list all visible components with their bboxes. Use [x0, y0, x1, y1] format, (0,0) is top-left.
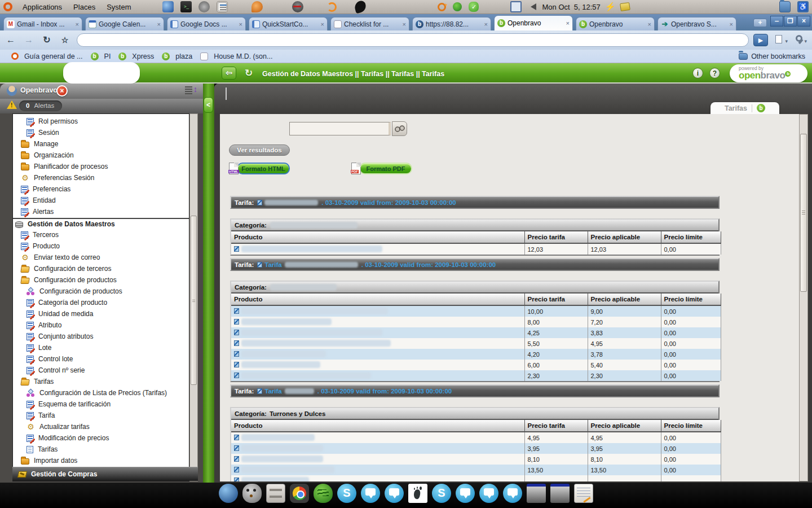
skype-dock-icon[interactable]: S	[337, 484, 356, 503]
sidebar-item[interactable]: Conjunto atributos	[13, 331, 189, 342]
accessibility-icon[interactable]: ♿	[797, 1, 809, 12]
browser-tab[interactable]: bOpenbravo×	[494, 15, 573, 30]
sidebar-item[interactable]: Modificación de precios	[13, 432, 189, 444]
window-maximize-button[interactable]: ❒	[784, 16, 797, 27]
search-button[interactable]	[392, 121, 407, 136]
browser-tab[interactable]: Checklist for ...×	[330, 17, 409, 30]
info-button[interactable]: i	[692, 68, 703, 78]
window-minimize-button[interactable]: ‒	[770, 16, 783, 27]
terminal-launcher-icon[interactable]: >_	[180, 1, 192, 12]
address-bar[interactable]	[77, 33, 749, 47]
sidebar-item[interactable]: Esquema de tarificación	[13, 398, 189, 410]
spotify-dock-icon[interactable]	[314, 484, 333, 503]
session-running-icon[interactable]: ⚡	[605, 2, 616, 12]
file-manager-tray-icon[interactable]	[779, 1, 791, 12]
orca-icon[interactable]	[354, 0, 367, 14]
alerts-badge[interactable]: 0Alertas	[19, 100, 62, 111]
sidebar-close-button[interactable]: ×	[56, 85, 68, 97]
clock[interactable]: Mon Oct 5, 12:57	[542, 3, 600, 11]
notes-dock-icon[interactable]	[574, 484, 593, 503]
sidebar-item[interactable]: Manage	[13, 138, 189, 150]
new-tab-button[interactable]: +	[753, 19, 767, 27]
browser-tab[interactable]: QuickStartCo...×	[249, 17, 328, 30]
sidebar-scrollbar-thumb[interactable]	[191, 216, 197, 385]
page-menu-button[interactable]: ▾	[774, 34, 788, 46]
gimp-dock-icon[interactable]	[242, 484, 262, 503]
chat-dock-icon[interactable]	[503, 484, 522, 503]
bookmark-item[interactable]: House M.D. (son...	[200, 52, 272, 60]
sidebar-item[interactable]: Configuración de Lista de Precios (Tarif…	[13, 387, 189, 398]
sidebar-item[interactable]: Sesión	[13, 127, 189, 138]
thunderbird-launcher-icon[interactable]	[162, 1, 174, 12]
chat-dock-icon[interactable]	[479, 484, 498, 503]
tab-tarifas[interactable]: Tarifas b	[710, 102, 779, 114]
chrome-dock-icon[interactable]	[290, 484, 309, 503]
sidebar-item[interactable]: Rol permisos	[13, 116, 189, 127]
product-link[interactable]	[234, 308, 391, 314]
term-dock-icon[interactable]	[550, 484, 570, 503]
forward-button[interactable]: →	[21, 33, 36, 47]
product-link[interactable]	[234, 466, 338, 473]
sidebar-item[interactable]: Configuración de terceros	[13, 263, 189, 274]
browser-tab[interactable]: Google Docs ...×	[167, 17, 246, 30]
browser-tab[interactable]: ➔Openbravo S...×	[657, 17, 736, 30]
product-link[interactable]	[234, 434, 318, 441]
sticky-notes-icon[interactable]	[620, 2, 630, 11]
tab-close-icon[interactable]: ×	[76, 21, 79, 28]
sidebar-item[interactable]: Gestión de Datos Maestros	[13, 218, 189, 229]
search-input[interactable]	[289, 122, 391, 135]
product-link[interactable]	[234, 318, 335, 325]
format-pdf-button[interactable]: PDF Formato PDF	[351, 163, 412, 174]
sidebar-item[interactable]: Control nº serie	[13, 365, 189, 376]
wrench-menu-button[interactable]: ▾	[793, 34, 807, 46]
browser-tab[interactable]: Google Calen...×	[85, 17, 164, 30]
ubuntu-logo-icon[interactable]	[3, 2, 12, 11]
chat-dock-icon[interactable]	[456, 484, 475, 503]
sidebar-item[interactable]: Terceros	[13, 229, 189, 240]
text-editor-launcher-icon[interactable]	[217, 1, 228, 12]
reload-button[interactable]: ↻	[39, 33, 54, 47]
spotify-tray-icon[interactable]	[453, 2, 462, 11]
bookmark-item[interactable]: bplaza	[162, 52, 192, 60]
wireshark-icon[interactable]	[327, 2, 337, 12]
menu-applications[interactable]: Applications	[17, 0, 68, 14]
sidebar-item[interactable]: Importar datos	[13, 455, 189, 466]
term-dock-icon[interactable]	[527, 484, 546, 503]
tarifa-link[interactable]: Tarifa	[264, 261, 281, 268]
help-button[interactable]: ?	[709, 68, 720, 78]
product-link[interactable]	[234, 329, 386, 336]
tab-close-icon[interactable]: ×	[157, 21, 161, 28]
product-link[interactable]	[234, 361, 324, 368]
go-button[interactable]: ▶	[753, 34, 768, 46]
sidebar-item[interactable]: Configuración de productos	[13, 274, 189, 286]
tab-close-icon[interactable]: ×	[403, 21, 406, 28]
product-link[interactable]	[234, 477, 312, 481]
sidebar-item[interactable]: Tarifa	[13, 410, 189, 421]
sidebar-item[interactable]: Tarifas	[13, 376, 189, 387]
sidebar-item[interactable]: Preferencias	[13, 183, 189, 195]
sidebar-item[interactable]: Planificador de procesos	[13, 161, 189, 172]
sidebar-item-gestion-de-compras[interactable]: Gestión de Compras	[12, 467, 198, 481]
sidebar-item[interactable]: Producto	[13, 240, 189, 252]
view-results-button[interactable]: Ver resultados	[229, 144, 290, 156]
shell-launcher-icon[interactable]	[251, 1, 263, 12]
product-link[interactable]	[234, 246, 386, 252]
tarifa-link[interactable]: Tarifa	[264, 388, 281, 395]
skype-dock-icon[interactable]: S	[432, 484, 451, 503]
chat-dock-icon[interactable]	[385, 484, 404, 503]
menu-places[interactable]: Places	[68, 0, 101, 14]
tab-close-icon[interactable]: ×	[566, 20, 570, 27]
sidebar-item[interactable]: Categoría del producto	[13, 297, 189, 308]
sidebar-item[interactable]: Atributo	[13, 319, 189, 331]
main-scrollbar[interactable]	[799, 114, 808, 481]
other-bookmarks-button[interactable]: Other bookmarks	[739, 52, 805, 60]
sidebar-item[interactable]: Tarifas	[13, 444, 189, 455]
menu-system[interactable]: System	[101, 0, 136, 14]
sidebar-item[interactable]: Entidad	[13, 195, 189, 206]
sidebar-item[interactable]: Lote	[13, 342, 189, 353]
sidebar-item[interactable]: Preferencias Sesión	[13, 172, 189, 183]
gear-launcher-icon[interactable]	[198, 1, 210, 12]
sidebar-item[interactable]: Control lote	[13, 353, 189, 365]
sidebar-item[interactable]: Enviar texto de correo	[13, 252, 189, 263]
sidebar-scrollbar[interactable]	[189, 113, 198, 481]
